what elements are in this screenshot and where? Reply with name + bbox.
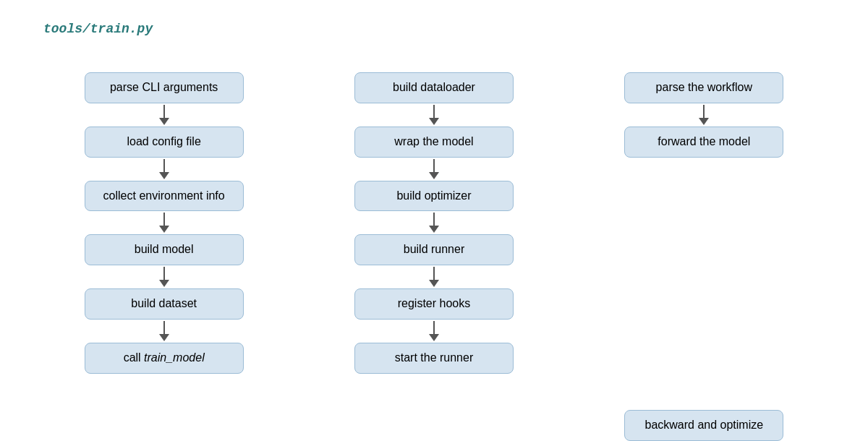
column-3: parse the workflow forward the model bac… — [595, 72, 812, 441]
node-register-hooks: register hooks — [354, 288, 514, 320]
node-forward-model: forward the model — [624, 127, 783, 158]
node-build-model: build model — [85, 234, 244, 265]
arrow-4 — [159, 267, 169, 287]
arrow-9 — [429, 267, 439, 287]
node-parse-cli: parse CLI arguments — [85, 72, 244, 103]
node-build-optimizer: build optimizer — [354, 181, 514, 212]
arrow-2 — [159, 159, 169, 179]
file-title: tools/train.py — [43, 22, 153, 36]
node-build-dataset: build dataset — [85, 288, 244, 320]
arrow-5 — [159, 321, 169, 341]
node-load-config: load config file — [85, 127, 244, 158]
arrow-7 — [429, 159, 439, 179]
node-backward-optimize: backward and optimize — [624, 410, 783, 441]
arrow-6 — [429, 105, 439, 125]
node-start-runner: start the runner — [354, 343, 514, 374]
arrow-10 — [429, 321, 439, 341]
node-collect-env: collect environment info — [85, 181, 244, 212]
arrow-1 — [159, 105, 169, 125]
arrow-3 — [159, 213, 169, 233]
column-1: parse CLI arguments load config file col… — [56, 72, 273, 441]
node-build-runner: build runner — [354, 234, 514, 265]
node-build-dataloader: build dataloader — [354, 72, 514, 103]
flowchart-container: parse CLI arguments load config file col… — [0, 72, 868, 441]
arrow-11 — [699, 105, 709, 125]
node-parse-workflow: parse the workflow — [624, 72, 783, 103]
node-wrap-model: wrap the model — [354, 127, 514, 158]
arrow-8 — [429, 213, 439, 233]
node-call-train: call train_model — [85, 343, 244, 374]
column-2: build dataloader wrap the model build op… — [326, 72, 542, 441]
